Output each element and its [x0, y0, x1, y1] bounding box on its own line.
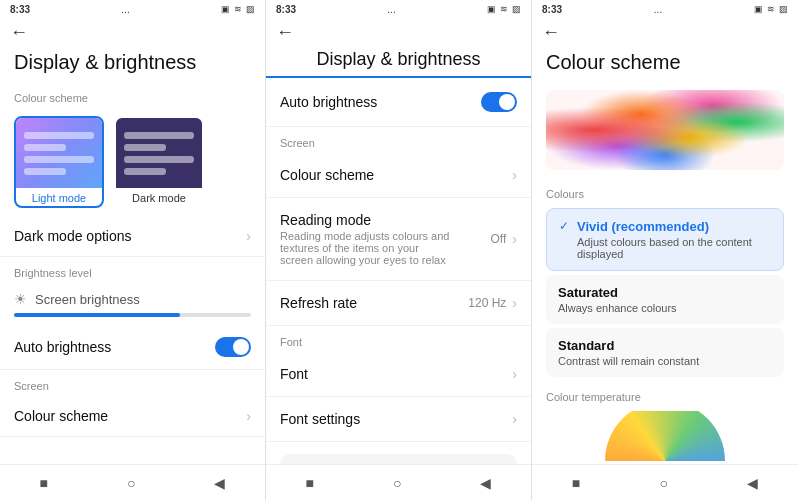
back-button-2[interactable]: ←	[266, 18, 531, 47]
back-button-1[interactable]: ←	[0, 18, 265, 47]
slider-fill	[14, 313, 180, 317]
dark-mode-options-label: Dark mode options	[14, 228, 132, 244]
bottom-nav-3: ■ ○ ◀	[532, 464, 798, 500]
reading-mode-row[interactable]: Reading mode Reading mode adjusts colour…	[266, 198, 531, 281]
nav-square-3[interactable]: ■	[572, 475, 580, 491]
theme-line-3	[24, 156, 94, 163]
time-1: 8:33	[10, 4, 30, 15]
vivid-sub: Adjust colours based on the content disp…	[577, 236, 771, 260]
font-row[interactable]: Font ›	[266, 352, 531, 397]
brightness-slider[interactable]	[14, 313, 251, 317]
page-title-2: Display & brightness	[266, 47, 531, 78]
status-dots-3: ...	[654, 4, 662, 15]
chevron-colour-2: ›	[512, 167, 517, 183]
dark-line-3	[124, 156, 194, 163]
nav-circle-1[interactable]: ○	[127, 475, 135, 491]
colour-temperature-visual	[546, 411, 784, 461]
status-dots-2: ...	[387, 4, 395, 15]
status-dots-1: ...	[121, 4, 129, 15]
vivid-title: Vivid (recommended)	[577, 219, 771, 234]
font-section-label: Font	[266, 326, 531, 352]
status-icons-1: ▣ ≋ ▨	[221, 4, 255, 14]
auto-brightness-label-2: Auto brightness	[280, 94, 377, 110]
colour-scheme-row-label: Colour scheme	[14, 408, 108, 424]
colour-image	[546, 90, 784, 170]
bottom-nav-2: ■ ○ ◀	[266, 464, 531, 500]
auto-brightness-label-1: Auto brightness	[14, 339, 111, 355]
chevron-dark-mode: ›	[246, 228, 251, 244]
dark-line-1	[124, 132, 194, 139]
brightness-level-label: Brightness level	[0, 257, 265, 283]
chevron-colour-scheme: ›	[246, 408, 251, 424]
refresh-rate-row[interactable]: Refresh rate 120 Hz ›	[266, 281, 531, 326]
reading-mode-value: Off	[491, 232, 507, 246]
panel1-content: Colour scheme Light mode Dark mod	[0, 82, 265, 500]
back-button-3[interactable]: ←	[532, 18, 798, 47]
refresh-rate-value: 120 Hz	[468, 296, 506, 310]
nav-square-1[interactable]: ■	[40, 475, 48, 491]
brightness-row: ☀ Screen brightness	[0, 283, 265, 325]
colour-semicircle	[605, 411, 725, 461]
colour-option-saturated[interactable]: Saturated Always enhance colours	[546, 275, 784, 324]
status-icons-3: ▣ ≋ ▨	[754, 4, 788, 14]
saturated-title: Saturated	[558, 285, 772, 300]
panel-colour-scheme: 8:33 ... ▣ ≋ ▨ ← Colour scheme Colours ✓…	[532, 0, 798, 500]
chevron-font: ›	[512, 366, 517, 382]
auto-brightness-toggle-2[interactable]	[481, 92, 517, 112]
colour-scheme-row-1[interactable]: Colour scheme ›	[0, 396, 265, 437]
colour-option-standard[interactable]: Standard Contrast will remain constant	[546, 328, 784, 377]
dark-line-2	[124, 144, 166, 151]
panel-display-brightness-main: 8:33 ... ▣ ≋ ▨ ← Display & brightness Co…	[0, 0, 266, 500]
panel-display-brightness-settings: 8:33 ... ▣ ≋ ▨ ← Display & brightness Au…	[266, 0, 532, 500]
dark-line-4	[124, 168, 166, 175]
auto-brightness-row[interactable]: Auto brightness	[0, 325, 265, 370]
colour-scheme-label-2: Colour scheme	[280, 167, 374, 183]
saturated-sub: Always enhance colours	[558, 302, 772, 314]
status-icons-2: ▣ ≋ ▨	[487, 4, 521, 14]
theme-line-4	[24, 168, 66, 175]
status-bar-2: 8:33 ... ▣ ≋ ▨	[266, 0, 531, 18]
font-label: Font	[280, 366, 308, 382]
theme-line-2	[24, 144, 66, 151]
colour-scheme-label-1: Colour scheme	[0, 82, 265, 108]
nav-triangle-2[interactable]: ◀	[480, 475, 491, 491]
page-title-3: Colour scheme	[532, 47, 798, 82]
auto-brightness-toggle-1[interactable]	[215, 337, 251, 357]
auto-brightness-row-2[interactable]: Auto brightness	[266, 78, 531, 127]
theme-card-dark[interactable]: Dark mode	[114, 116, 204, 208]
standard-title: Standard	[558, 338, 772, 353]
theme-line-1	[24, 132, 94, 139]
status-bar-1: 8:33 ... ▣ ≋ ▨	[0, 0, 265, 18]
sun-icon: ☀	[14, 291, 27, 307]
chevron-refresh: ›	[512, 295, 517, 311]
refresh-rate-label: Refresh rate	[280, 295, 357, 311]
font-settings-row[interactable]: Font settings ›	[266, 397, 531, 442]
dark-mode-options-row[interactable]: Dark mode options ›	[0, 216, 265, 257]
theme-card-light[interactable]: Light mode	[14, 116, 104, 208]
reading-mode-label: Reading mode	[280, 212, 450, 228]
bottom-nav-1: ■ ○ ◀	[0, 464, 265, 500]
nav-square-2[interactable]: ■	[306, 475, 314, 491]
reading-mode-sub: Reading mode adjusts colours and texture…	[280, 230, 450, 266]
time-2: 8:33	[276, 4, 296, 15]
light-mode-label: Light mode	[16, 188, 102, 206]
font-settings-label: Font settings	[280, 411, 360, 427]
screen-label-1: Screen	[0, 370, 265, 396]
panel3-content: Colours ✓ Vivid (recommended) Adjust col…	[532, 82, 798, 500]
nav-triangle-1[interactable]: ◀	[214, 475, 225, 491]
chevron-font-settings: ›	[512, 411, 517, 427]
page-title-1: Display & brightness	[0, 47, 265, 82]
pencil-visual	[546, 90, 784, 170]
nav-circle-3[interactable]: ○	[659, 475, 667, 491]
colour-scheme-row-2[interactable]: Colour scheme ›	[266, 153, 531, 198]
nav-triangle-3[interactable]: ◀	[747, 475, 758, 491]
screen-brightness-label: Screen brightness	[35, 292, 140, 307]
screen-label-2: Screen	[266, 127, 531, 153]
colour-temp-label: Colour temperature	[532, 381, 798, 407]
status-bar-3: 8:33 ... ▣ ≋ ▨	[532, 0, 798, 18]
nav-circle-2[interactable]: ○	[393, 475, 401, 491]
colours-label: Colours	[532, 178, 798, 204]
colour-option-vivid[interactable]: ✓ Vivid (recommended) Adjust colours bas…	[546, 208, 784, 271]
chevron-reading: ›	[512, 231, 517, 247]
dark-mode-label: Dark mode	[116, 188, 202, 206]
